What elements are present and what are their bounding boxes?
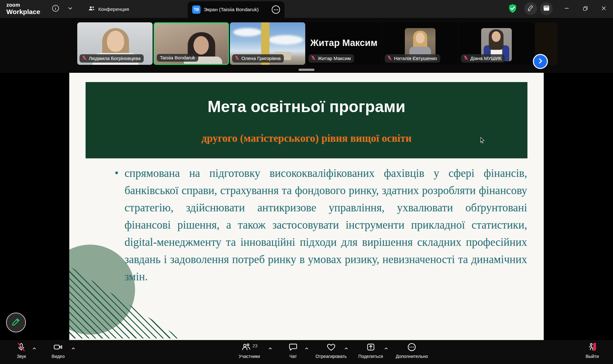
video-thumbnail-nataliia[interactable]: Наталія Євтушенко <box>382 22 458 65</box>
video-label: Видео <box>52 354 65 359</box>
video-thumbnail-lyudmyla[interactable]: Людмила Богріновцева <box>77 22 153 65</box>
camera-icon <box>53 342 63 353</box>
view-options-button[interactable] <box>65 0 75 18</box>
close-icon <box>601 6 606 12</box>
audio-options-chevron[interactable] <box>31 346 37 351</box>
slide-title: Мета освітньої програми <box>86 97 527 116</box>
window-close-button[interactable] <box>597 0 611 18</box>
zoom-workplace-logo: zoom Workplace <box>6 3 40 15</box>
slide-body-text: спрямована на підготовку висококваліфіко… <box>125 165 527 285</box>
react-options-chevron[interactable] <box>343 346 349 351</box>
slide-subtitle: другого (магістерського) рівня вищої осв… <box>86 133 527 144</box>
tab-conference-label: Конференция <box>98 6 129 12</box>
chevron-right-icon <box>537 58 544 65</box>
mic-muted-icon <box>463 55 468 61</box>
video-thumbnails-row: Людмила Богріновцева Taisiia Bondaruk Ол <box>77 22 557 65</box>
chat-options-chevron[interactable] <box>303 346 310 351</box>
participants-options-chevron[interactable] <box>267 346 273 351</box>
slide-header-banner: Мета освітньої програми другого (магісте… <box>86 82 527 158</box>
bullet-marker: • <box>115 165 118 182</box>
participant-name: Житар Максим <box>318 56 351 61</box>
mic-muted-icon <box>234 55 239 61</box>
participant-name-pill: Наталія Євтушенко <box>385 54 440 63</box>
top-bar: zoom Workplace Конференция ТВ Экран (Tai… <box>0 0 613 18</box>
mic-muted-icon <box>311 55 316 61</box>
logo-line-zoom: zoom <box>6 3 40 8</box>
more-ellipsis-icon <box>407 342 417 353</box>
heart-icon <box>326 342 336 353</box>
video-thumbnail-zhytar[interactable]: Житар Максим Житар Максим <box>306 22 382 65</box>
participants-count-badge: 23 <box>253 343 258 348</box>
audio-label: Звук <box>17 354 26 359</box>
people-icon <box>88 5 95 13</box>
participant-name-pill: Олена Григорівна <box>232 54 284 63</box>
participant-name-pill: Діана МУШИК <box>461 54 505 63</box>
mic-muted-icon <box>387 55 392 61</box>
video-button[interactable]: Видео <box>52 343 65 359</box>
restore-icon <box>583 6 588 12</box>
share-options-chevron[interactable] <box>383 346 389 351</box>
participants-button[interactable]: 23 Участники <box>239 343 260 359</box>
chevron-down-icon <box>68 6 73 12</box>
react-button[interactable]: Отреагировать <box>315 343 347 359</box>
participant-name: Людмила Богріновцева <box>89 56 140 61</box>
window-restore-button[interactable] <box>578 0 592 18</box>
audio-button[interactable]: Звук <box>17 343 26 359</box>
leave-meeting-button[interactable]: Выйти <box>586 343 599 359</box>
chat-bubble-icon <box>288 342 298 353</box>
share-label: Поделиться <box>358 354 383 359</box>
green-pencil-icon <box>11 317 21 328</box>
participant-name: Наталія Євтушенко <box>394 56 437 61</box>
apps-button[interactable] <box>540 2 553 15</box>
pencil-icon <box>527 4 534 13</box>
meeting-info-button[interactable] <box>50 0 61 18</box>
participant-video-art <box>233 28 262 36</box>
video-thumbnail-diana[interactable]: Діана МУШИК <box>459 22 534 65</box>
participant-name-pill: Людмила Богріновцева <box>79 54 144 63</box>
participant-name-pill: Житар Максим <box>308 54 354 63</box>
participant-display-name: Житар Максим <box>306 38 382 48</box>
meeting-toolbar: Звук Видео 23 Участники <box>0 340 613 364</box>
zoom-meeting-window: zoom Workplace Конференция ТВ Экран (Tai… <box>0 0 613 364</box>
mic-muted-icon <box>17 343 26 353</box>
tab-screen-share-label: Экран (Taisiia Bondaruk) <box>204 7 259 12</box>
video-thumbnail-taisiia-active-speaker[interactable]: Taisiia Bondaruk <box>154 22 229 65</box>
participants-label: Участники <box>239 354 260 359</box>
apps-grid-icon <box>543 4 550 13</box>
minimize-icon <box>564 6 569 12</box>
next-participants-page-button[interactable] <box>533 54 548 69</box>
annotation-tools-button[interactable] <box>524 2 537 15</box>
share-up-arrow-icon <box>366 342 375 353</box>
more-button[interactable]: Дополнительно <box>396 343 428 359</box>
security-shield-button[interactable] <box>507 0 518 18</box>
leave-door-icon <box>587 342 597 353</box>
tab-options-ellipsis-icon[interactable] <box>272 5 280 14</box>
participant-name: Олена Григорівна <box>241 56 281 61</box>
shared-screen-stage: Мета освітньої програми другого (магісте… <box>0 73 613 340</box>
logo-line-workplace: Workplace <box>6 8 40 15</box>
participant-name-pill: Taisiia Bondaruk <box>157 54 198 62</box>
participants-icon <box>241 342 251 353</box>
chat-label: Чат <box>289 354 297 359</box>
participant-name: Taisiia Bondaruk <box>160 55 195 60</box>
more-label: Дополнительно <box>396 354 428 359</box>
video-options-chevron[interactable] <box>70 346 76 351</box>
react-label: Отреагировать <box>315 354 347 359</box>
info-icon <box>51 4 60 14</box>
participants-video-strip: Людмила Богріновцева Taisiia Bondaruk Ол <box>0 18 613 73</box>
tab-screen-share[interactable]: ТВ Экран (Taisiia Bondaruk) <box>188 1 284 18</box>
chat-button[interactable]: Чат <box>288 343 298 359</box>
participant-name: Діана МУШИК <box>470 56 502 61</box>
share-screen-button[interactable]: Поделиться <box>358 343 383 359</box>
video-thumbnail-olena[interactable]: Олена Григорівна <box>230 22 305 65</box>
screen-share-badge: ТВ <box>192 5 201 14</box>
security-shield-icon <box>507 3 518 15</box>
tab-conference[interactable]: Конференция <box>84 0 133 18</box>
leave-label: Выйти <box>586 354 599 359</box>
annotate-pencil-button[interactable] <box>6 313 26 332</box>
presentation-slide: Мета освітньої програми другого (магісте… <box>69 73 544 340</box>
mouse-cursor <box>479 137 486 145</box>
mic-muted-icon <box>82 55 87 61</box>
window-minimize-button[interactable] <box>560 0 574 18</box>
strip-resize-handle[interactable] <box>299 69 314 71</box>
